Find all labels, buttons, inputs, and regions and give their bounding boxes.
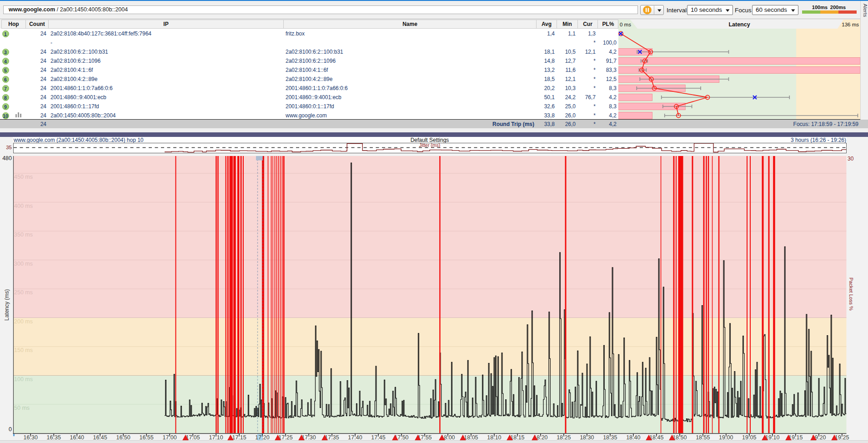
svg-text:200 ms: 200 ms xyxy=(14,318,33,325)
svg-text:100 ms: 100 ms xyxy=(14,376,33,383)
svg-text:50 ms: 50 ms xyxy=(14,405,30,411)
svg-text:350 ms: 350 ms xyxy=(14,232,33,238)
svg-text:250 ms: 250 ms xyxy=(14,289,33,296)
svg-text:400 ms: 400 ms xyxy=(14,203,33,209)
svg-text:136 ms: 136 ms xyxy=(842,22,859,27)
svg-text:300 ms: 300 ms xyxy=(14,261,33,267)
svg-text:450 ms: 450 ms xyxy=(14,174,33,180)
svg-text:150 ms: 150 ms xyxy=(14,347,33,353)
svg-text:Latency: Latency xyxy=(728,21,750,28)
svg-text:Jitter (ms): Jitter (ms) xyxy=(419,143,441,148)
svg-text:0 ms: 0 ms xyxy=(620,22,631,27)
